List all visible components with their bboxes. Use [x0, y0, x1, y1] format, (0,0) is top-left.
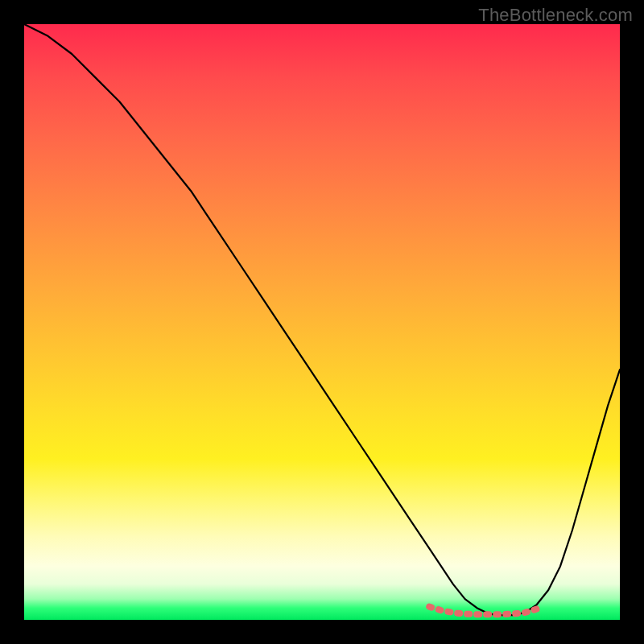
watermark-text: TheBottleneck.com — [478, 5, 633, 26]
plot-area — [24, 24, 620, 620]
bottleneck-curve — [24, 24, 620, 615]
curve-svg — [24, 24, 620, 620]
chart-frame: TheBottleneck.com — [0, 0, 644, 644]
